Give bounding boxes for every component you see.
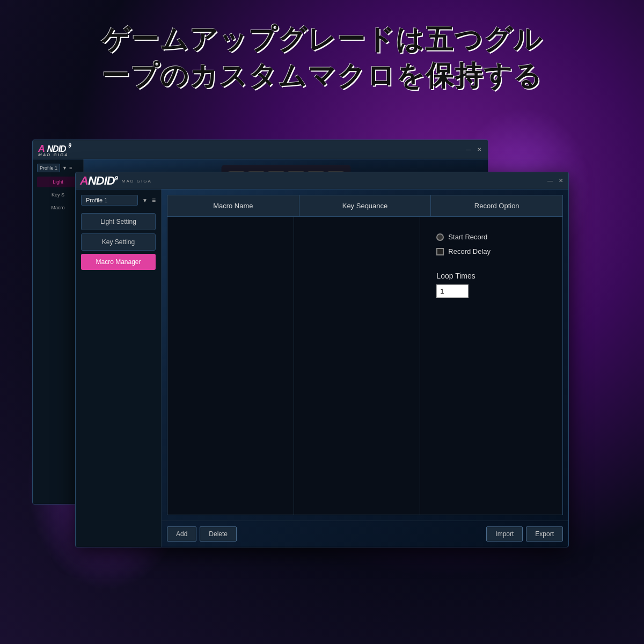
macro-manager-btn[interactable]: Macro Manager [81, 254, 156, 270]
table-body: Start Record Record Delay Loop Times [167, 217, 563, 515]
main-window-controls[interactable]: — ✕ [547, 178, 564, 184]
main-minimize-btn[interactable]: — [547, 178, 553, 184]
loop-times-label: Loop Times [436, 272, 546, 280]
start-record-label: Start Record [448, 233, 487, 241]
record-delay-checkbox[interactable] [436, 248, 444, 255]
table-area: Macro Name Key Sequance Record Option [162, 189, 568, 521]
back-profile-label: Profile 1 [37, 164, 60, 172]
import-btn[interactable]: Import [486, 526, 523, 541]
title-line2: ープのカスタムマクロを保持する [0, 58, 644, 94]
back-sidebar-macro[interactable]: Macro [37, 202, 79, 213]
record-panel: Start Record Record Delay Loop Times [428, 225, 554, 306]
window-main: ANDID9 MAD GIGA — ✕ Profile 1 ▼ ≡ Light … [75, 172, 569, 547]
th-key-sequance: Key Sequance [299, 195, 431, 216]
main-content: Macro Name Key Sequance Record Option [162, 189, 568, 547]
add-btn[interactable]: Add [167, 526, 196, 541]
bottom-bar: Add Delete Import Export [162, 521, 568, 547]
delete-btn[interactable]: Delete [200, 526, 237, 541]
profile-menu-icon[interactable]: ≡ [152, 196, 156, 204]
title-area: ゲームアップグレードは五つグル ープのカスタムマクロを保持する [0, 21, 644, 94]
start-record-row: Start Record [436, 233, 546, 241]
back-sidebar-keysetting[interactable]: Key S [37, 189, 79, 200]
record-delay-row: Record Delay [436, 247, 546, 255]
profile-dropdown-arrow[interactable]: ▼ [142, 197, 148, 203]
back-list-icon[interactable]: ≡ [69, 165, 72, 171]
macro-name-col [167, 217, 294, 515]
back-profile-dropdown-icon[interactable]: ▼ [62, 165, 67, 171]
right-action-btns: Import Export [486, 526, 563, 541]
back-logo-brand: MAD GIGA [38, 152, 71, 157]
main-titlebar: ANDID9 MAD GIGA — ✕ [76, 172, 568, 189]
back-window-logo: A NDID 9 MAD GIGA [38, 142, 71, 157]
back-window-titlebar: A NDID 9 MAD GIGA — ✕ [33, 140, 488, 159]
start-record-radio[interactable] [436, 233, 444, 241]
back-close-btn[interactable]: ✕ [476, 147, 482, 153]
profile-select[interactable]: Profile 1 [81, 195, 138, 206]
main-logo: ANDID9 MAD GIGA [80, 174, 152, 188]
main-logo-brand: MAD GIGA [122, 179, 152, 184]
left-action-btns: Add Delete [167, 526, 237, 541]
back-logo-text: A NDID 9 MAD GIGA [38, 142, 71, 157]
profile-row: Profile 1 ▼ ≡ [81, 195, 156, 206]
export-btn[interactable]: Export [526, 526, 563, 541]
table-header: Macro Name Key Sequance Record Option [167, 195, 563, 217]
key-setting-btn[interactable]: Key Setting [81, 233, 156, 251]
back-profile-row: Profile 1 ▼ ≡ [37, 164, 79, 172]
loop-section: Loop Times [436, 272, 546, 298]
th-record-option: Record Option [431, 195, 562, 216]
record-option-col: Start Record Record Delay Loop Times [420, 217, 562, 515]
back-sidebar-light[interactable]: Light [37, 177, 79, 187]
th-macro-name: Macro Name [167, 195, 299, 216]
back-minimize-btn[interactable]: — [465, 147, 472, 153]
key-sequance-col [294, 217, 421, 515]
sidebar: Profile 1 ▼ ≡ Light Setting Key Setting … [76, 189, 162, 547]
record-delay-label: Record Delay [448, 247, 491, 255]
loop-times-input[interactable] [436, 284, 469, 298]
light-setting-btn[interactable]: Light Setting [81, 213, 156, 230]
title-line1: ゲームアップグレードは五つグル [0, 21, 644, 58]
window-body: Profile 1 ▼ ≡ Light Setting Key Setting … [76, 189, 568, 547]
back-window-controls: — ✕ [465, 147, 482, 153]
main-close-btn[interactable]: ✕ [558, 178, 564, 184]
windows-area: A NDID 9 MAD GIGA — ✕ Profile 1 ▼ ≡ [32, 140, 612, 612]
